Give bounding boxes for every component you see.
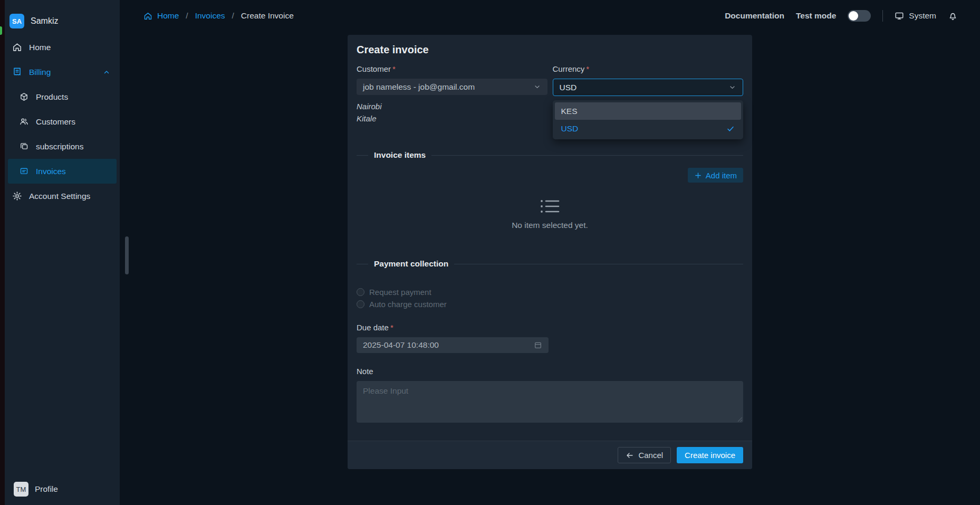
- breadcrumb-current: Create Invoice: [241, 11, 294, 21]
- workspace-brand[interactable]: SA Samkiz: [5, 0, 120, 28]
- note-textarea[interactable]: Please Input: [357, 381, 743, 423]
- customer-address-line: Nairobi: [357, 100, 547, 112]
- plus-icon: [694, 171, 702, 179]
- invoice-items-divider: Invoice items: [357, 149, 743, 161]
- sidebar-item-label: Invoices: [36, 167, 66, 176]
- sidebar-item-label: Products: [36, 92, 68, 102]
- chevron-up-icon: [103, 69, 110, 76]
- invoice-items-empty-state: No item selected yet.: [357, 198, 743, 230]
- resize-handle-icon[interactable]: [737, 416, 742, 422]
- invoices-icon: [18, 166, 29, 177]
- customer-address-line: Kitale: [357, 112, 547, 125]
- customer-select-value: job nameless - job@gmail.com: [363, 82, 475, 92]
- workspace-avatar: SA: [9, 14, 24, 28]
- sidebar-item-label: Home: [29, 43, 51, 52]
- main-area: Home / Invoices / Create Invoice Documen…: [120, 0, 980, 505]
- topbar-divider: [882, 10, 883, 22]
- required-marker: *: [390, 323, 393, 332]
- currency-select[interactable]: USD: [553, 79, 744, 96]
- currency-option-usd[interactable]: USD: [555, 120, 742, 137]
- currency-select-value: USD: [560, 83, 577, 92]
- add-item-button[interactable]: Add item: [688, 168, 743, 183]
- sidebar-item-label: Account Settings: [29, 192, 90, 201]
- customer-currency-row: Customer* job nameless - job@gmail.com N…: [357, 64, 743, 125]
- currency-field-group: Currency* USD KES: [553, 64, 744, 125]
- empty-list-icon: [540, 198, 561, 216]
- chevron-down-icon: [728, 83, 736, 91]
- page-title: Create invoice: [357, 43, 743, 56]
- theme-selector[interactable]: System: [895, 11, 936, 21]
- chevron-down-icon: [533, 83, 541, 91]
- breadcrumb: Home / Invoices / Create Invoice: [143, 11, 294, 21]
- home-icon: [12, 42, 22, 53]
- sidebar-item-billing[interactable]: Billing: [5, 60, 120, 84]
- sidebar-item-products[interactable]: Products: [5, 84, 120, 109]
- customers-icon: [18, 117, 29, 127]
- toggle-knob: [849, 11, 858, 21]
- calendar-icon: [534, 341, 542, 349]
- subscriptions-icon: [18, 141, 29, 152]
- content-area: Create invoice Customer* job nameless - …: [120, 32, 980, 505]
- currency-label: Currency*: [553, 64, 744, 74]
- customer-select[interactable]: job nameless - job@gmail.com: [357, 79, 547, 95]
- breadcrumb-home-link[interactable]: Home: [143, 11, 179, 21]
- sidebar-item-label: Billing: [29, 68, 51, 77]
- sidebar-item-account-settings[interactable]: Account Settings: [5, 184, 120, 208]
- sidebar-nav: Home Billing Products: [5, 35, 120, 208]
- topbar: Home / Invoices / Create Invoice Documen…: [120, 0, 980, 32]
- radio-request-payment[interactable]: Request payment: [357, 286, 743, 298]
- check-icon: [726, 125, 735, 133]
- scrollbar-thumb[interactable]: [125, 236, 129, 274]
- profile-avatar: TM: [14, 482, 28, 497]
- radio-icon: [357, 300, 364, 308]
- os-edge-strip: [0, 0, 5, 505]
- sidebar: SA Samkiz Home Billing: [5, 0, 120, 505]
- test-mode-label: Test mode: [796, 11, 836, 21]
- create-invoice-button[interactable]: Create invoice: [677, 447, 743, 463]
- due-date-label: Due date*: [357, 323, 743, 332]
- sidebar-item-label: Customers: [36, 117, 75, 127]
- workspace-name: Samkiz: [31, 16, 58, 26]
- customer-label: Customer*: [357, 64, 547, 74]
- product-cube-icon: [18, 92, 29, 102]
- customer-address: Nairobi Kitale: [357, 100, 547, 125]
- empty-state-text: No item selected yet.: [512, 221, 588, 230]
- monitor-icon: [895, 11, 904, 21]
- sidebar-item-invoices[interactable]: Invoices: [8, 159, 117, 184]
- breadcrumb-invoices-link[interactable]: Invoices: [195, 11, 225, 21]
- cancel-button[interactable]: Cancel: [618, 447, 671, 463]
- app-root: SA Samkiz Home Billing: [0, 0, 980, 505]
- profile[interactable]: TM Profile: [5, 482, 120, 505]
- test-mode-toggle[interactable]: [848, 10, 871, 22]
- sidebar-item-home[interactable]: Home: [5, 35, 120, 60]
- breadcrumb-separator: /: [186, 11, 188, 21]
- note-label: Note: [357, 367, 743, 376]
- invoice-items-section-title: Invoice items: [368, 149, 431, 161]
- payment-collection-section-title: Payment collection: [368, 258, 454, 270]
- arrow-left-icon: [626, 451, 634, 460]
- radio-auto-charge[interactable]: Auto charge customer: [357, 298, 743, 310]
- create-invoice-card: Create invoice Customer* job nameless - …: [348, 35, 752, 469]
- profile-label: Profile: [35, 484, 58, 494]
- add-item-row: Add item: [357, 168, 743, 183]
- required-marker: *: [392, 64, 396, 73]
- billing-icon: [12, 67, 22, 78]
- green-indicator-dot: [0, 26, 2, 35]
- sidebar-item-subscriptions[interactable]: subscriptions: [5, 134, 120, 159]
- radio-icon: [357, 288, 364, 296]
- notifications-bell-icon[interactable]: [948, 11, 958, 21]
- topbar-right: Documentation Test mode System: [725, 10, 958, 22]
- radio-label: Request payment: [369, 288, 431, 297]
- due-date-value: 2025-04-07 10:48:00: [363, 340, 439, 350]
- breadcrumb-separator: /: [232, 11, 234, 21]
- currency-dropdown: KES USD: [553, 100, 744, 139]
- sidebar-item-label: subscriptions: [36, 142, 83, 151]
- card-body: Create invoice Customer* job nameless - …: [348, 35, 752, 441]
- documentation-link[interactable]: Documentation: [725, 11, 784, 21]
- due-date-input[interactable]: 2025-04-07 10:48:00: [357, 337, 549, 353]
- home-icon: [143, 12, 152, 21]
- gear-icon: [12, 191, 22, 202]
- sidebar-item-customers[interactable]: Customers: [5, 109, 120, 134]
- currency-option-kes[interactable]: KES: [555, 102, 742, 120]
- required-marker: *: [586, 64, 589, 73]
